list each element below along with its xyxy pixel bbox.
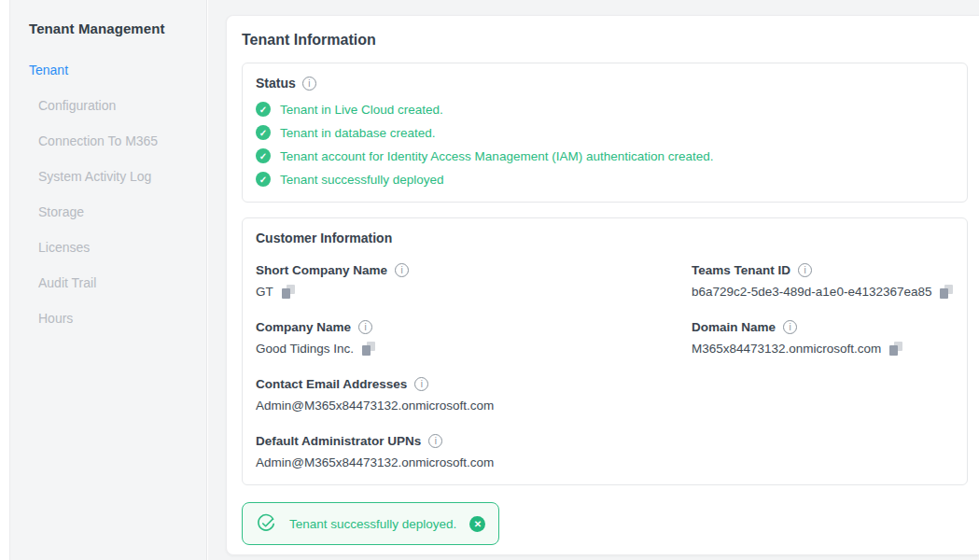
content-area: Tenant Information Status Tenant in Live… <box>208 0 979 560</box>
status-item-text: Tenant in database created. <box>280 126 436 140</box>
check-circle-icon <box>256 172 271 187</box>
success-toast: Tenant successfully deployed. <box>242 502 499 545</box>
page-title: Tenant Information <box>242 32 968 49</box>
customer-panel-title: Customer Information <box>256 231 392 245</box>
field-short-company-name: Short Company Name GT <box>256 263 678 299</box>
info-icon[interactable] <box>395 263 409 277</box>
field-label: Default Administrator UPNs <box>256 434 421 448</box>
field-value: b6a729c2-5de3-489d-a1e0-e4132367ea85 <box>692 285 931 299</box>
customer-fields-grid: Short Company Name GT Teams Tenant ID b6 <box>256 263 954 469</box>
field-company-name: Company Name Good Tidings Inc. <box>256 320 678 356</box>
info-icon[interactable] <box>302 77 316 91</box>
field-value: Admin@M365x84473132.onmicrosoft.com <box>256 455 494 469</box>
status-item: Tenant successfully deployed <box>256 172 954 187</box>
check-circle-icon <box>256 125 271 140</box>
field-teams-tenant-id: Teams Tenant ID b6a729c2-5de3-489d-a1e0-… <box>692 263 954 299</box>
field-value: GT <box>256 285 273 299</box>
check-circle-outline-icon <box>256 513 276 534</box>
check-circle-icon <box>256 102 271 117</box>
field-label: Domain Name <box>692 320 776 334</box>
sidebar-item-hours[interactable]: Hours <box>29 311 197 326</box>
status-panel-title: Status <box>256 76 296 91</box>
status-item-text: Tenant account for Identity Access Manag… <box>280 149 714 163</box>
customer-information-panel: Customer Information Short Company Name … <box>242 217 968 485</box>
status-item-text: Tenant in Live Cloud created. <box>280 103 443 117</box>
field-contact-email-addresses: Contact Email Addresses Admin@M365x84473… <box>256 377 678 413</box>
status-item: Tenant in Live Cloud created. <box>256 102 954 117</box>
info-icon[interactable] <box>783 320 797 334</box>
sidebar-item-connection-to-m365[interactable]: Connection To M365 <box>29 133 197 148</box>
info-icon[interactable] <box>358 320 372 334</box>
copy-icon[interactable] <box>282 285 295 299</box>
check-circle-icon <box>256 148 271 163</box>
status-item: Tenant in database created. <box>256 125 954 140</box>
copy-icon[interactable] <box>940 285 953 299</box>
sidebar-item-configuration[interactable]: Configuration <box>29 98 197 113</box>
toast-close-icon[interactable] <box>469 516 485 532</box>
field-domain-name: Domain Name M365x84473132.onmicrosoft.co… <box>692 320 954 356</box>
sidebar-item-audit-trail[interactable]: Audit Trail <box>29 275 197 290</box>
info-icon[interactable] <box>428 434 442 448</box>
field-label: Contact Email Addresses <box>256 377 407 391</box>
field-label: Short Company Name <box>256 263 387 277</box>
field-label: Company Name <box>256 320 351 334</box>
field-default-administrator-upns: Default Administrator UPNs Admin@M365x84… <box>256 434 678 469</box>
field-value: Admin@M365x84473132.onmicrosoft.com <box>256 399 494 413</box>
status-list: Tenant in Live Cloud created. Tenant in … <box>256 102 954 187</box>
field-value: M365x84473132.onmicrosoft.com <box>692 342 881 356</box>
field-value: Good Tidings Inc. <box>256 342 354 356</box>
toast-message: Tenant successfully deployed. <box>289 517 456 531</box>
sidebar-item-storage[interactable]: Storage <box>29 204 197 219</box>
sidebar-item-licenses[interactable]: Licenses <box>29 240 197 255</box>
status-item-text: Tenant successfully deployed <box>280 173 444 187</box>
sidebar: Tenant Management Tenant Configuration C… <box>9 0 207 560</box>
info-icon[interactable] <box>414 377 428 391</box>
copy-icon[interactable] <box>889 342 902 356</box>
status-item: Tenant account for Identity Access Manag… <box>256 148 954 163</box>
field-label: Teams Tenant ID <box>692 263 790 277</box>
status-panel: Status Tenant in Live Cloud created. Ten… <box>242 63 968 203</box>
tenant-information-card: Tenant Information Status Tenant in Live… <box>226 15 979 555</box>
sidebar-item-tenant[interactable]: Tenant <box>29 63 197 77</box>
info-icon[interactable] <box>798 263 812 277</box>
sidebar-title: Tenant Management <box>29 21 197 36</box>
sidebar-item-system-activity-log[interactable]: System Activity Log <box>29 169 197 184</box>
copy-icon[interactable] <box>362 342 375 356</box>
